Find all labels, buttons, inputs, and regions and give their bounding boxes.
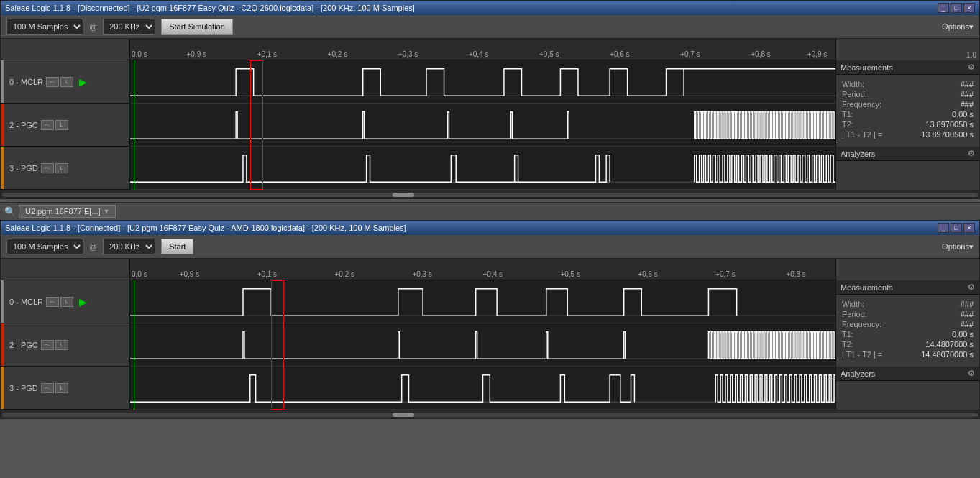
meas-value-width-2: ### <box>961 300 974 308</box>
channel-color-pgd-1 <box>1 147 4 189</box>
channel-label-pgc-1: 2 - PGC ⌐- L <box>1 104 129 147</box>
titlebar-2: Saleae Logic 1.1.8 - [Connected] - [U2 p… <box>1 221 979 235</box>
maximize-btn-2[interactable]: □ <box>951 223 962 233</box>
start-simulation-btn[interactable]: Start Simulation <box>161 19 233 35</box>
meas-row-t1-1: T1: 0.00 s <box>842 109 974 119</box>
waveform-pgc-1[interactable]: // Dense waveform drawn as static lines <box>130 104 835 147</box>
ch-icon-a-2[interactable]: ⌐- <box>46 297 59 307</box>
ruler-mark-6: +0,5 s <box>539 50 559 58</box>
window-controls-1: _ □ × <box>938 3 975 13</box>
at-label-2: @ <box>89 242 97 251</box>
scrollbar-thumb-1[interactable] <box>393 193 414 197</box>
scrollbar-track-1[interactable] <box>2 193 978 197</box>
channel-icons-2-2: ⌐- L <box>41 340 68 350</box>
scrollbar-thumb-2[interactable] <box>393 413 414 417</box>
play-icon-0-2[interactable]: ▶ <box>79 296 87 308</box>
minimize-btn-2[interactable]: _ <box>938 223 949 233</box>
meas-label-diff-1: | T1 - T2 | = <box>842 130 882 139</box>
window-title-1: Saleae Logic 1.1.8 - [Disconnected] - [U… <box>5 4 415 12</box>
meas-row-t2-2: T2: 14.4807000 s <box>842 339 974 349</box>
measurements-header-2: Measurements ⚙ <box>836 280 979 295</box>
ruler-2: 0.0 s +0,9 s +0,1 s +0,2 s +0,3 s +0,4 s… <box>130 259 835 280</box>
play-icon-0-1[interactable]: ▶ <box>79 76 87 88</box>
maximize-btn-1[interactable]: □ <box>951 3 962 13</box>
waveform-mclr-2[interactable] <box>130 280 835 323</box>
ruler-1: 0.0 s +0,9 s +0,1 s +0,2 s +0,3 s +0,4 s… <box>130 39 835 60</box>
scrollbar-2[interactable] <box>1 410 979 418</box>
channels-area-1: 0 - MCLR ⌐- L ▶ 2 - PGC ⌐- L 3 - PGD <box>1 60 979 190</box>
ch-icon-a-1[interactable]: ⌐- <box>46 77 59 87</box>
meas-row-diff-1: | T1 - T2 | = 13.89700500 s <box>842 129 974 139</box>
ruler-mark-2-3: +0,2 s <box>334 270 354 278</box>
channel-icons-2-1: ⌐- L <box>41 120 68 130</box>
measurements-gear-2[interactable]: ⚙ <box>968 282 975 292</box>
scrollbar-track-2[interactable] <box>2 413 978 417</box>
ch-icon-f-1[interactable]: L <box>55 163 68 173</box>
meas-label-freq-2: Frequency: <box>842 320 881 328</box>
analyzers-title-2: Analyzers <box>841 369 875 378</box>
meas-value-t1-2: 0.00 s <box>952 330 974 339</box>
ruler-mark-2-9: +0,8 s <box>786 270 806 278</box>
channel-label-mclr-1: 0 - MCLR ⌐- L ▶ <box>1 60 129 104</box>
tab-item-1[interactable]: U2 pgm 16F877 E[...] ▼ <box>19 205 116 218</box>
waveform-area-2 <box>130 280 835 410</box>
channel-id-0-1: 0 - MCLR <box>9 78 43 86</box>
analyzers-gear-2[interactable]: ⚙ <box>968 369 975 378</box>
ch-icon-f-2[interactable]: L <box>55 383 68 393</box>
samples-select-1[interactable]: 100 M Samples <box>6 19 83 35</box>
waveform-pgd-1[interactable] <box>130 147 835 190</box>
measurements-table-2: Width: ### Period: ### Frequency: ### T1… <box>836 295 979 364</box>
channel-icons-3-1: ⌐- L <box>41 163 68 173</box>
meas-value-t2-1: 13.8970050 s <box>925 120 974 129</box>
meas-row-period-2: Period: ### <box>842 309 974 319</box>
channel-id-0-2: 0 - MCLR <box>9 298 43 306</box>
measurements-title-2: Measurements <box>841 283 893 292</box>
meas-label-t1-1: T1: <box>842 110 853 119</box>
ruler-mark-2-5: +0,4 s <box>483 270 503 278</box>
ch-icon-c-2[interactable]: ⌐- <box>41 340 54 350</box>
analyzers-title-1: Analyzers <box>841 150 875 158</box>
channel-label-pgd-2: 3 - PGD ⌐- L <box>1 367 129 410</box>
green-marker-1 <box>134 60 134 190</box>
options-btn-2[interactable]: Options▾ <box>942 242 974 252</box>
freq-select-2[interactable]: 200 KHz <box>103 239 155 254</box>
meas-row-freq-1: Frequency: ### <box>842 99 974 109</box>
ch-icon-b-2[interactable]: L <box>60 297 73 307</box>
window-title-2: Saleae Logic 1.1.8 - [Connected] - [U2 p… <box>5 224 406 232</box>
meas-value-width-1: ### <box>961 80 974 88</box>
tab-dropdown-1[interactable]: ▼ <box>104 208 110 215</box>
options-btn-1[interactable]: Options▾ <box>942 22 974 32</box>
close-btn-1[interactable]: × <box>963 3 975 13</box>
ruler-mark-8: +0,7 s <box>680 50 700 58</box>
measurements-gear-1[interactable]: ⚙ <box>968 63 975 72</box>
channel-labels-2: 0 - MCLR ⌐- L ▶ 2 - PGC ⌐- L 3 - PGD <box>1 280 130 410</box>
ch-icon-d-1[interactable]: L <box>55 120 68 130</box>
meas-label-freq-1: Frequency: <box>842 100 881 109</box>
ch-icon-b-1[interactable]: L <box>60 77 73 87</box>
waveform-mclr-1[interactable] <box>130 60 835 104</box>
start-btn-2[interactable]: Start <box>161 239 193 254</box>
ch-icon-d-2[interactable]: L <box>55 340 68 350</box>
analyzers-gear-1[interactable]: ⚙ <box>968 149 975 158</box>
scrollbar-1[interactable] <box>1 190 979 198</box>
close-btn-2[interactable]: × <box>963 223 975 233</box>
channel-icons-3-2: ⌐- L <box>41 383 68 393</box>
ruler-mark-1: +0,9 s <box>186 50 206 58</box>
titlebar-1: Saleae Logic 1.1.8 - [Disconnected] - [U… <box>1 1 979 15</box>
waveform-pgd-2[interactable] <box>130 367 835 410</box>
search-icon[interactable]: 🔍 <box>4 206 16 217</box>
channel-color-pgc-1 <box>1 104 4 146</box>
waveform-pgc-2[interactable] <box>130 323 835 367</box>
at-label-1: @ <box>89 22 97 31</box>
ch-icon-e-2[interactable]: ⌐- <box>41 383 54 393</box>
channel-id-3-1: 3 - PGD <box>9 164 38 173</box>
ch-icon-c-1[interactable]: ⌐- <box>41 120 54 130</box>
minimize-btn-1[interactable]: _ <box>938 3 949 13</box>
ruler-mark-2-1: +0,9 s <box>180 270 200 278</box>
window-2: Saleae Logic 1.1.8 - [Connected] - [U2 p… <box>0 220 980 419</box>
ruler-mark-4: +0,3 s <box>398 50 418 58</box>
freq-select-1[interactable]: 200 KHz <box>103 19 155 35</box>
channel-id-3-2: 3 - PGD <box>9 384 38 392</box>
samples-select-2[interactable]: 100 M Samples <box>6 239 83 254</box>
ch-icon-e-1[interactable]: ⌐- <box>41 163 54 173</box>
